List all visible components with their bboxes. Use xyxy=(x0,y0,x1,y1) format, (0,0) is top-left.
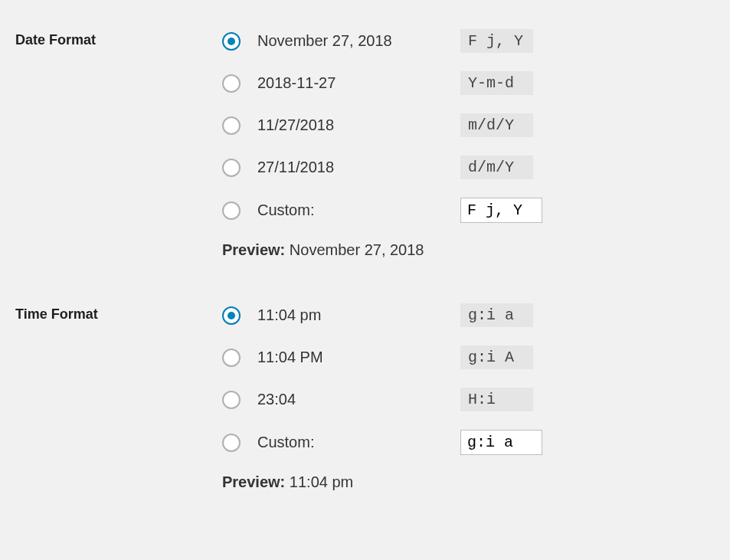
time-format-code-2: H:i xyxy=(460,388,533,411)
time-format-custom-input[interactable] xyxy=(460,430,542,455)
time-format-code-1: g:i A xyxy=(460,345,533,369)
time-format-preview-label: Preview: xyxy=(222,473,285,490)
time-format-label-2[interactable]: 23:04 xyxy=(257,391,460,408)
date-format-radio-0[interactable] xyxy=(222,32,241,51)
date-format-preview-label: Preview: xyxy=(222,241,285,258)
date-format-code-0: F j, Y xyxy=(460,29,533,53)
time-format-radio-1[interactable] xyxy=(222,349,241,367)
date-format-label-0[interactable]: November 27, 2018 xyxy=(257,32,460,50)
date-format-radio-2[interactable] xyxy=(222,116,241,135)
date-format-radio-custom[interactable] xyxy=(222,201,241,220)
time-format-radio-2[interactable] xyxy=(222,391,241,409)
time-format-label-0[interactable]: 11:04 pm xyxy=(257,306,460,324)
date-format-custom-input[interactable] xyxy=(460,198,542,223)
date-format-radio-3[interactable] xyxy=(222,159,241,177)
time-format-preview: Preview: 11:04 pm xyxy=(222,473,715,491)
date-format-preview: Preview: November 27, 2018 xyxy=(222,241,715,259)
date-format-label-2[interactable]: 11/27/2018 xyxy=(257,116,460,134)
time-format-code-0: g:i a xyxy=(460,303,533,327)
date-format-code-2: m/d/Y xyxy=(460,113,533,137)
date-format-code-3: d/m/Y xyxy=(460,156,533,179)
time-format-radio-0[interactable] xyxy=(222,306,241,325)
time-format-radio-custom[interactable] xyxy=(222,434,241,452)
date-format-radio-1[interactable] xyxy=(222,74,241,93)
date-format-heading: Date Format xyxy=(0,0,207,274)
date-format-code-1: Y-m-d xyxy=(460,71,533,95)
date-format-label-3[interactable]: 27/11/2018 xyxy=(257,159,460,176)
date-format-preview-value: November 27, 2018 xyxy=(290,241,424,258)
time-format-custom-label[interactable]: Custom: xyxy=(257,434,460,451)
time-format-label-1[interactable]: 11:04 PM xyxy=(257,349,460,366)
date-format-custom-label[interactable]: Custom: xyxy=(257,201,460,219)
time-format-heading: Time Format xyxy=(0,274,207,506)
date-format-label-1[interactable]: 2018-11-27 xyxy=(257,74,460,92)
time-format-preview-value: 11:04 pm xyxy=(290,473,353,490)
